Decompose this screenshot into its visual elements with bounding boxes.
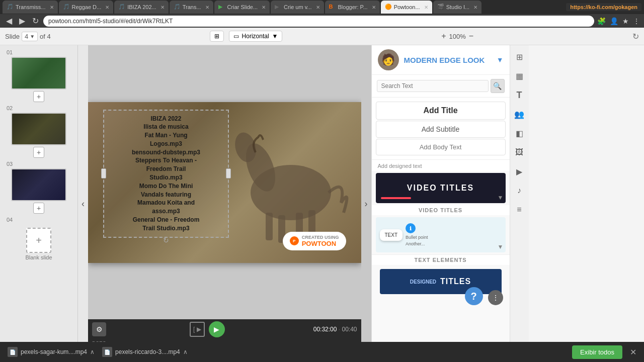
slide-label: Slide <box>5 33 20 40</box>
slide-thumb-3[interactable] <box>11 168 66 201</box>
close-download-button[interactable]: ✕ <box>630 347 636 357</box>
nav-icons: 🧩 👤 ★ ⋮ <box>597 17 640 25</box>
tab-powtoon[interactable]: 🟠 Powtoon... ✕ <box>381 1 432 14</box>
sidebar-shapes-icon[interactable]: ◧ <box>512 126 527 141</box>
resize-handle-right[interactable] <box>226 168 231 178</box>
tab-reggae[interactable]: 🎵 Reggae D... ✕ <box>59 1 114 14</box>
extensions-icon[interactable]: 🧩 <box>597 17 606 25</box>
speech-bubble: TEXT <box>380 229 403 241</box>
forward-button[interactable]: ▶ <box>17 16 27 26</box>
video-titles-bar <box>381 197 411 199</box>
sidebar-video-icon[interactable]: ▶ <box>512 164 527 179</box>
tab-studio[interactable]: 🎬 Studio I... ✕ <box>433 1 481 14</box>
download-chevron-1[interactable]: ∧ <box>90 348 95 355</box>
user-avatar: 🧑 <box>378 49 399 70</box>
exibir-todos-button[interactable]: Exibir todos <box>572 345 622 359</box>
refresh-button[interactable]: ↻ <box>632 32 639 41</box>
tab-label-5: Criar Slide... <box>227 4 258 10</box>
view-grid-button[interactable]: ⊞ <box>210 31 224 42</box>
video-titles-preview[interactable]: VIDEO TITLES ▼ <box>376 173 506 203</box>
slide-num-label-2: 02 <box>7 105 13 111</box>
more-options-button[interactable]: ⋮ <box>488 290 503 305</box>
search-button[interactable]: 🔍 <box>491 79 505 93</box>
theme-dropdown-arrow[interactable]: ▼ <box>497 56 504 64</box>
profile-icon[interactable]: 👤 <box>610 17 618 25</box>
slide-num-label-1: 01 <box>7 49 13 55</box>
sidebar-text-icon[interactable]: T <box>512 87 527 103</box>
sidebar-music-icon[interactable]: ♪ <box>512 183 527 198</box>
grid-icon: ⊞ <box>214 33 219 40</box>
tab-trans[interactable]: 🎵 Trans... ✕ <box>170 1 213 14</box>
step-back-button[interactable]: [ ▶ <box>190 322 205 337</box>
add-title-button[interactable]: Add Title <box>376 102 506 120</box>
slide-add-btn-1[interactable]: + <box>33 91 44 102</box>
tab-close-7[interactable]: ✕ <box>372 5 376 10</box>
powtoon-badge: P CREATED USING POWTOON <box>283 232 346 250</box>
zoom-in-button[interactable]: + <box>441 32 446 41</box>
settings-button[interactable]: ⚙ <box>92 322 106 336</box>
slide-thumb-2[interactable] <box>11 113 66 145</box>
tab-favicon-3: 🎵 <box>118 4 125 11</box>
play-button[interactable]: ▶ <box>209 321 225 337</box>
slide-num-box[interactable]: 4 ▼ <box>22 32 38 41</box>
tab-close-6[interactable]: ✕ <box>316 5 320 10</box>
add-body-text-button[interactable]: Add Body Text <box>376 139 506 155</box>
rotate-handle[interactable]: ↻ <box>163 236 169 244</box>
address-bar[interactable]: powtoon.com/html5-studio/#/edit/drWik7Rt… <box>43 16 594 27</box>
slide-item-2[interactable]: 02 + <box>4 105 73 158</box>
tab-transmiss[interactable]: 🎵 Transmiss... ✕ <box>3 1 58 14</box>
tab-close-4[interactable]: ✕ <box>205 5 209 10</box>
sidebar-people-icon[interactable]: 👥 <box>512 107 527 122</box>
slide-add-btn-3[interactable]: + <box>33 203 44 214</box>
slide-item-4[interactable]: 04 <box>4 217 73 223</box>
nav-arrow-right[interactable]: › <box>361 45 371 362</box>
reload-button[interactable]: ↻ <box>30 16 40 26</box>
tab-favicon-1: 🎵 <box>7 4 14 11</box>
time-total: 00:40 <box>342 326 357 333</box>
canvas-wrapper: IBIZA 2022Ilista de musicaFat Man - Yung… <box>88 45 361 319</box>
menu-icon[interactable]: ⋮ <box>633 17 640 25</box>
blank-slide-button[interactable]: + <box>26 228 51 253</box>
zoom-level: 100% <box>449 33 466 40</box>
designed-titles-footer[interactable]: DESIGNED TITLES <box>380 269 502 294</box>
tab-ibiza[interactable]: 🎵 IBIZA 202... ✕ <box>114 1 168 14</box>
zoom-out-button[interactable]: − <box>469 32 473 41</box>
right-panel-header: 🧑 MODERN EDGE LOOK ▼ <box>372 45 510 75</box>
text-elements-preview[interactable]: TEXT ℹ Bullet point Another... ▼ <box>376 217 506 252</box>
tab-close-1[interactable]: ✕ <box>50 5 54 10</box>
resize-handle-left[interactable] <box>101 168 106 178</box>
help-button[interactable]: ? <box>465 287 483 305</box>
slide-num-label-4: 04 <box>7 217 13 223</box>
sidebar-image-icon[interactable]: 🖼 <box>512 145 527 160</box>
tab-close-3[interactable]: ✕ <box>160 5 165 10</box>
orientation-button[interactable]: ▭ Horizontal ▼ <box>229 31 283 42</box>
info-icons: ℹ Bullet point Another... <box>406 223 428 246</box>
sidebar-pattern-icon[interactable]: ▦ <box>512 68 527 83</box>
tab-close-2[interactable]: ✕ <box>105 5 109 10</box>
tab-criar[interactable]: ▶ Criar Slide... ✕ <box>214 1 270 14</box>
designed-text-label: Add designed text <box>372 160 510 171</box>
tab-label-9: Studio I... <box>446 4 469 10</box>
sidebar-grid-icon[interactable]: ⊞ <box>512 49 527 64</box>
nav-arrow-left[interactable]: ‹ <box>78 45 88 362</box>
tab-crie[interactable]: ▶ Crie um v... ✕ <box>271 1 324 14</box>
search-input[interactable] <box>377 80 489 92</box>
tabs-row: 🎵 Transmiss... ✕ 🎵 Reggae D... ✕ 🎵 IBIZA… <box>0 0 644 14</box>
tab-favicon-2: 🎵 <box>63 4 70 11</box>
slide-item-1[interactable]: 01 + <box>4 49 73 102</box>
tab-close-5[interactable]: ✕ <box>262 5 266 10</box>
slide-item-3[interactable]: 03 + <box>4 161 73 214</box>
slide-thumb-1[interactable] <box>11 57 66 89</box>
download-chevron-2[interactable]: ∧ <box>183 348 188 355</box>
back-button[interactable]: ◀ <box>4 16 14 26</box>
tab-blogger[interactable]: B Blogger: P... ✕ <box>325 1 380 14</box>
add-subtitle-button[interactable]: Add Subtitle <box>376 121 506 138</box>
text-overlay[interactable]: IBIZA 2022Ilista de musicaFat Man - Yung… <box>103 110 229 238</box>
tab-favicon-4: 🎵 <box>174 4 181 11</box>
tab-close-9[interactable]: ✕ <box>473 5 477 10</box>
sidebar-layers-icon[interactable]: ≡ <box>512 202 527 217</box>
slide-add-btn-2[interactable]: + <box>33 147 44 158</box>
slide-canvas[interactable]: IBIZA 2022Ilista de musicaFat Man - Yung… <box>88 102 361 263</box>
bookmark-icon[interactable]: ★ <box>622 17 629 25</box>
tab-close-8[interactable]: ✕ <box>424 5 428 10</box>
